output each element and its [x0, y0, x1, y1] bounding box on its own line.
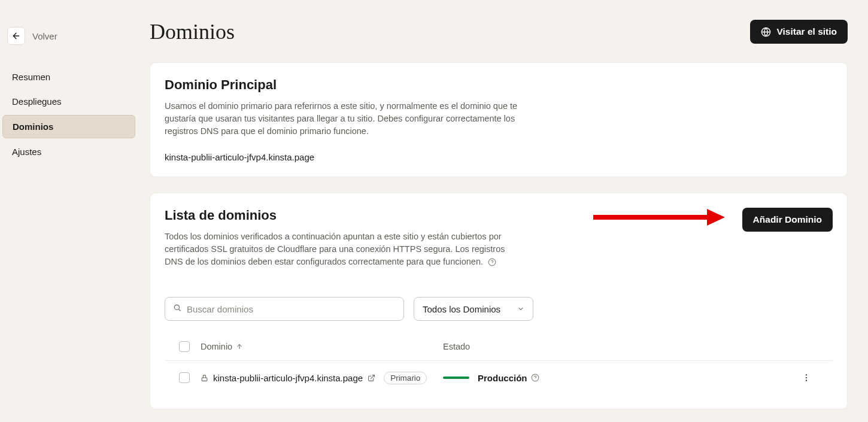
external-link-icon[interactable] [368, 374, 375, 382]
table-header: Dominio Estado [165, 333, 833, 360]
lock-icon [201, 374, 208, 382]
search-icon [173, 303, 181, 314]
sidebar-item-resumen[interactable]: Resumen [2, 66, 135, 88]
column-domain-header[interactable]: Dominio [201, 342, 443, 351]
primary-domain-description: Usamos el dominio primario para referirn… [165, 100, 518, 138]
domain-list-description: Todos los dominios verificados a continu… [165, 230, 518, 268]
list-header-row: Lista de dominios Todos los dominios ver… [165, 208, 833, 283]
chevron-down-icon [517, 305, 524, 312]
select-all-checkbox[interactable] [179, 341, 190, 352]
table-row: kinsta-publii-articulo-jfvp4.kinsta.page… [165, 360, 833, 394]
kebab-icon [802, 373, 811, 382]
primary-domain-title: Dominio Principal [165, 77, 833, 93]
add-domain-button[interactable]: Añadir Dominio [742, 208, 833, 232]
visit-site-button[interactable]: Visitar el sitio [750, 20, 848, 44]
svg-rect-10 [202, 378, 207, 381]
svg-point-14 [806, 374, 807, 375]
status-indicator [443, 377, 469, 379]
sidebar: Volver Resumen Despliegues Dominios Ajus… [0, 0, 138, 422]
domain-list-title: Lista de dominios [165, 208, 518, 223]
svg-line-8 [179, 309, 181, 311]
main-content: Dominios Visitar el sitio Dominio Princi… [138, 0, 868, 422]
filter-select-label: Todos los Dominios [423, 304, 500, 314]
back-row: Volver [1, 27, 136, 45]
back-button[interactable] [7, 27, 25, 45]
domain-name[interactable]: kinsta-publii-articulo-jfvp4.kinsta.page [213, 373, 363, 383]
header-row: Dominios Visitar el sitio [150, 19, 848, 44]
help-icon[interactable] [531, 374, 539, 382]
search-wrap [165, 297, 404, 321]
svg-point-16 [806, 380, 807, 381]
primary-domain-value: kinsta-publii-articulo-jfvp4.kinsta.page [165, 152, 833, 162]
filter-select[interactable]: Todos los Dominios [414, 297, 533, 321]
svg-point-15 [806, 377, 807, 378]
svg-line-11 [371, 375, 375, 378]
row-actions-menu[interactable] [799, 371, 814, 385]
sort-asc-icon [236, 343, 243, 350]
globe-icon [761, 27, 771, 37]
visit-site-label: Visitar el sitio [776, 26, 837, 37]
sidebar-item-ajustes[interactable]: Ajustes [2, 141, 135, 163]
primary-badge: Primario [384, 372, 427, 384]
primary-domain-card: Dominio Principal Usamos el dominio prim… [150, 62, 848, 177]
arrow-left-icon [11, 31, 21, 41]
column-status-header[interactable]: Estado [443, 342, 794, 351]
help-icon[interactable] [488, 258, 496, 266]
sidebar-item-dominios[interactable]: Dominios [2, 115, 135, 138]
domain-list-card: Lista de dominios Todos los dominios ver… [150, 193, 848, 409]
back-label: Volver [32, 31, 57, 41]
status-label: Producción [478, 373, 527, 383]
page-title: Dominios [150, 19, 235, 44]
controls-row: Todos los Dominios [165, 297, 833, 321]
sidebar-item-despliegues[interactable]: Despliegues [2, 90, 135, 113]
search-input[interactable] [165, 297, 404, 321]
row-checkbox[interactable] [179, 372, 190, 383]
